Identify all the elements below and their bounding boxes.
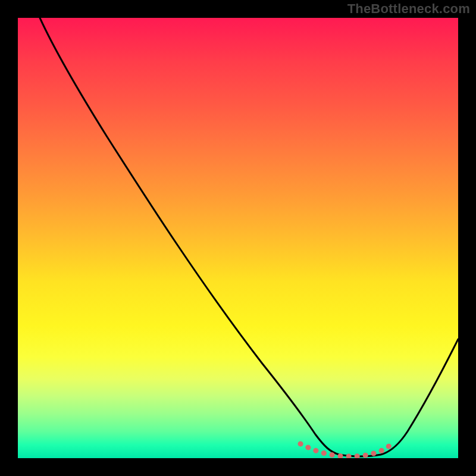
chart-svg bbox=[18, 18, 458, 458]
watermark-label: TheBottleneck.com bbox=[347, 1, 470, 17]
chart-frame: TheBottleneck.com bbox=[0, 0, 476, 476]
bottleneck-curve-line bbox=[40, 18, 458, 456]
